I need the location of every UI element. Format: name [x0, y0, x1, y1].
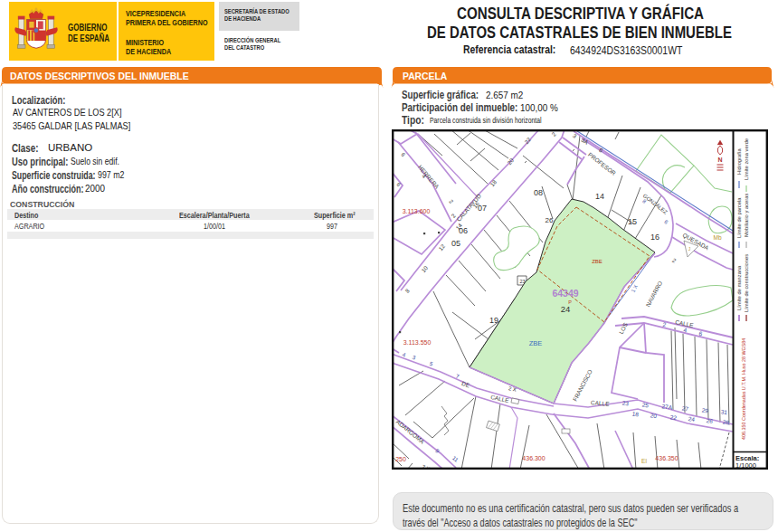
svg-text:26: 26 [706, 417, 714, 424]
svg-text:Hidrografía: Hidrografía [736, 148, 742, 175]
svg-text:436.300: 436.300 [522, 455, 545, 461]
svg-text:El: El [641, 458, 647, 464]
svg-text:64349: 64349 [552, 288, 578, 299]
svg-text:ZBE: ZBE [529, 339, 543, 347]
svg-text:29: 29 [701, 406, 709, 413]
svg-text:ZBE: ZBE [592, 259, 602, 264]
svg-text:16: 16 [650, 233, 659, 242]
svg-text:Mobiliario y aceras: Mobiliario y aceras [744, 194, 749, 237]
svg-text:250: 250 [395, 456, 406, 462]
svg-text:24: 24 [688, 415, 696, 423]
svg-text:406.350 Coordenadas U.T.M. Hus: 406.350 Coordenadas U.T.M. Huso 28 WGS84 [741, 338, 746, 440]
svg-text:3.113.600: 3.113.600 [403, 208, 431, 214]
svg-text:25: 25 [641, 402, 650, 409]
svg-text:P: P [568, 299, 572, 305]
svg-text:18: 18 [631, 411, 640, 418]
svg-text:31: 31 [720, 408, 728, 415]
svg-text:20: 20 [650, 412, 658, 419]
svg-text:23: 23 [621, 400, 630, 407]
svg-text:24: 24 [561, 304, 571, 314]
svg-text:22: 22 [669, 413, 678, 421]
svg-text:14: 14 [595, 192, 604, 201]
svg-text:19: 19 [489, 316, 498, 325]
svg-text:N: N [717, 157, 722, 163]
svg-text:08: 08 [534, 188, 543, 197]
svg-text:Mb: Mb [713, 234, 721, 241]
svg-text:Límite zona verde: Límite zona verde [744, 138, 749, 180]
svg-text:Límite de parcela: Límite de parcela [736, 197, 742, 238]
svg-text:436.350: 436.350 [655, 455, 678, 461]
svg-text:23: 23 [519, 279, 525, 284]
svg-text:05: 05 [451, 239, 460, 248]
svg-text:15: 15 [628, 217, 637, 226]
svg-text:27: 27 [681, 404, 689, 412]
svg-text:28: 28 [722, 419, 730, 426]
svg-text:3.113.550: 3.113.550 [403, 339, 432, 346]
svg-text:26: 26 [546, 216, 554, 224]
svg-text:Límite de manzana: Límite de manzana [736, 265, 742, 310]
svg-text:Límite de construcciones: Límite de construcciones [744, 254, 749, 312]
